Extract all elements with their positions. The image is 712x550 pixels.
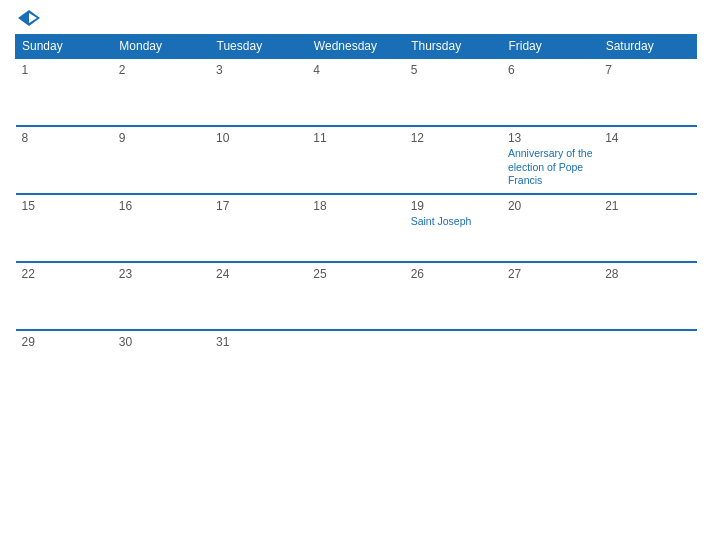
- calendar-cell: 12: [405, 126, 502, 194]
- calendar-cell: [405, 330, 502, 398]
- day-number: 10: [216, 131, 301, 145]
- weekday-header: Friday: [502, 35, 599, 59]
- calendar-cell: [307, 330, 404, 398]
- day-number: 31: [216, 335, 301, 349]
- calendar-cell: 6: [502, 58, 599, 126]
- day-number: 21: [605, 199, 690, 213]
- day-number: 29: [22, 335, 107, 349]
- calendar-cell: 21: [599, 194, 696, 262]
- day-number: 5: [411, 63, 496, 77]
- calendar-cell: 1: [16, 58, 113, 126]
- day-number: 30: [119, 335, 204, 349]
- day-number: 9: [119, 131, 204, 145]
- calendar-cell: 13Anniversary of the election of Pope Fr…: [502, 126, 599, 194]
- calendar-cell: 2: [113, 58, 210, 126]
- calendar-week-row: 8910111213Anniversary of the election of…: [16, 126, 697, 194]
- calendar-cell: [502, 330, 599, 398]
- calendar-cell: 31: [210, 330, 307, 398]
- calendar-event: Anniversary of the election of Pope Fran…: [508, 147, 593, 188]
- calendar-cell: 10: [210, 126, 307, 194]
- logo: [15, 10, 40, 26]
- calendar-cell: 14: [599, 126, 696, 194]
- day-number: 28: [605, 267, 690, 281]
- calendar-cell: 5: [405, 58, 502, 126]
- day-number: 11: [313, 131, 398, 145]
- calendar-cell: 26: [405, 262, 502, 330]
- calendar-tbody: 12345678910111213Anniversary of the elec…: [16, 58, 697, 398]
- weekday-header: Monday: [113, 35, 210, 59]
- calendar-week-row: 1516171819Saint Joseph2021: [16, 194, 697, 262]
- calendar-cell: 24: [210, 262, 307, 330]
- day-number: 13: [508, 131, 593, 145]
- calendar-cell: 30: [113, 330, 210, 398]
- weekday-header-row: SundayMondayTuesdayWednesdayThursdayFrid…: [16, 35, 697, 59]
- day-number: 2: [119, 63, 204, 77]
- calendar-cell: 23: [113, 262, 210, 330]
- calendar-thead: SundayMondayTuesdayWednesdayThursdayFrid…: [16, 35, 697, 59]
- day-number: 25: [313, 267, 398, 281]
- day-number: 18: [313, 199, 398, 213]
- calendar-cell: 18: [307, 194, 404, 262]
- calendar-cell: 7: [599, 58, 696, 126]
- logo-flag-icon: [18, 10, 40, 26]
- day-number: 15: [22, 199, 107, 213]
- calendar-cell: 16: [113, 194, 210, 262]
- day-number: 16: [119, 199, 204, 213]
- day-number: 1: [22, 63, 107, 77]
- day-number: 22: [22, 267, 107, 281]
- calendar-cell: 9: [113, 126, 210, 194]
- day-number: 24: [216, 267, 301, 281]
- day-number: 12: [411, 131, 496, 145]
- day-number: 3: [216, 63, 301, 77]
- day-number: 23: [119, 267, 204, 281]
- calendar-week-row: 1234567: [16, 58, 697, 126]
- calendar-cell: 15: [16, 194, 113, 262]
- day-number: 7: [605, 63, 690, 77]
- calendar-cell: 25: [307, 262, 404, 330]
- calendar-cell: 29: [16, 330, 113, 398]
- calendar-cell: 4: [307, 58, 404, 126]
- calendar-event: Saint Joseph: [411, 215, 496, 229]
- calendar-week-row: 22232425262728: [16, 262, 697, 330]
- day-number: 26: [411, 267, 496, 281]
- day-number: 4: [313, 63, 398, 77]
- calendar-cell: 27: [502, 262, 599, 330]
- calendar-cell: 28: [599, 262, 696, 330]
- calendar-page: SundayMondayTuesdayWednesdayThursdayFrid…: [0, 0, 712, 550]
- calendar-cell: 17: [210, 194, 307, 262]
- day-number: 20: [508, 199, 593, 213]
- calendar-cell: 19Saint Joseph: [405, 194, 502, 262]
- weekday-header: Sunday: [16, 35, 113, 59]
- day-number: 19: [411, 199, 496, 213]
- day-number: 14: [605, 131, 690, 145]
- weekday-header: Tuesday: [210, 35, 307, 59]
- calendar-cell: [599, 330, 696, 398]
- calendar-cell: 3: [210, 58, 307, 126]
- day-number: 17: [216, 199, 301, 213]
- calendar-table: SundayMondayTuesdayWednesdayThursdayFrid…: [15, 34, 697, 398]
- weekday-header: Wednesday: [307, 35, 404, 59]
- day-number: 6: [508, 63, 593, 77]
- weekday-header: Saturday: [599, 35, 696, 59]
- calendar-week-row: 293031: [16, 330, 697, 398]
- calendar-header: [15, 10, 697, 26]
- day-number: 8: [22, 131, 107, 145]
- calendar-cell: 20: [502, 194, 599, 262]
- calendar-cell: 11: [307, 126, 404, 194]
- weekday-header: Thursday: [405, 35, 502, 59]
- day-number: 27: [508, 267, 593, 281]
- calendar-cell: 8: [16, 126, 113, 194]
- calendar-cell: 22: [16, 262, 113, 330]
